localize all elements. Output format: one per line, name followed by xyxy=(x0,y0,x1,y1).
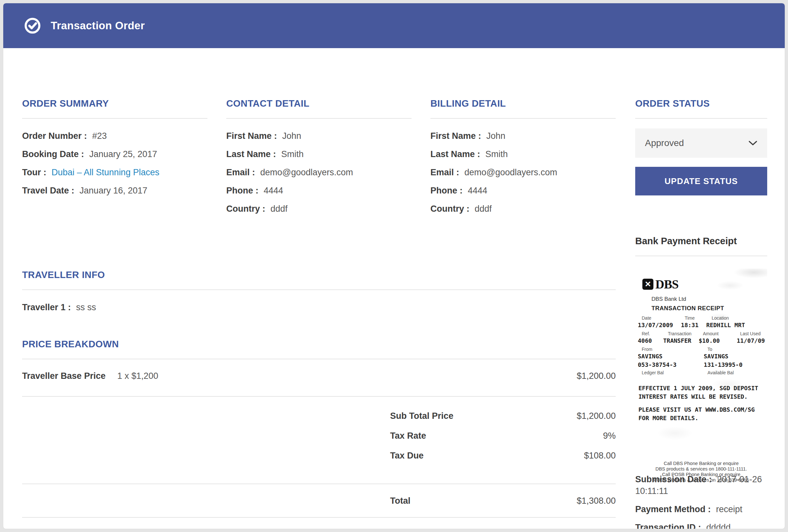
check-circle-icon xyxy=(24,17,41,34)
divider xyxy=(22,118,208,119)
email-row: Email :demo@goodlayers.com xyxy=(430,167,616,178)
field-value: January 16, 2017 xyxy=(80,186,147,195)
bank-receipt-section: Bank Payment Receipt ✕ DBS DBS Bank Ltd … xyxy=(635,236,767,529)
divider xyxy=(22,396,616,397)
update-status-button[interactable]: UPDATE STATUS xyxy=(635,167,767,195)
chevron-down-icon xyxy=(748,140,757,146)
field-value: demo@goodlayers.com xyxy=(465,168,557,177)
payment-method-row: Payment Method :receipt xyxy=(635,504,767,515)
subtotal-value: $1,200.00 xyxy=(577,411,616,421)
billing-detail-section: BILLING DETAIL First Name :John Last Nam… xyxy=(430,98,616,221)
contact-detail-section: CONTACT DETAIL First Name :John Last Nam… xyxy=(226,98,412,221)
dbs-logo: ✕ DBS xyxy=(642,277,765,291)
divider xyxy=(226,118,412,119)
last-name-row: Last Name :Smith xyxy=(430,149,616,160)
traveller-info-heading: TRAVELLER INFO xyxy=(22,270,616,280)
receipt-account-numbers: 053-38754-3 131-13995-0 xyxy=(638,361,765,369)
order-summary-section: ORDER SUMMARY Order Number :#23 Booking … xyxy=(22,98,208,221)
first-name-row: First Name :John xyxy=(226,131,412,141)
total-row: Total $1,308.00 xyxy=(22,496,616,506)
field-label: Phone : xyxy=(226,186,258,195)
price-line-item: Traveller Base Price 1 x $1,200 $1,200.0… xyxy=(22,371,616,381)
divider xyxy=(22,359,616,359)
order-status-heading: ORDER STATUS xyxy=(635,98,767,109)
phone-row: Phone :4444 xyxy=(430,185,616,196)
field-label: Last Name : xyxy=(226,149,276,159)
field-label: Tour : xyxy=(22,168,46,177)
dbs-logo-mark: ✕ xyxy=(642,279,653,290)
price-item-label: Traveller Base Price xyxy=(22,371,106,381)
field-value: demo@goodlayers.com xyxy=(260,168,353,177)
page-header: Transaction Order xyxy=(3,3,785,48)
country-row: Country :dddf xyxy=(226,203,412,214)
tour-row: Tour :Dubai – All Stunning Places xyxy=(22,167,208,178)
divider xyxy=(635,118,767,119)
field-value: #23 xyxy=(92,131,107,141)
field-label: Last Name : xyxy=(430,149,480,159)
first-name-row: First Name :John xyxy=(430,131,616,141)
tax-rate-row: Tax Rate 9% xyxy=(22,431,616,441)
bank-receipt-image: ✕ DBS DBS Bank Ltd TRANSACTION RECEIPT D… xyxy=(635,269,767,456)
field-label: Travel Date : xyxy=(22,186,75,195)
tax-rate-value: 9% xyxy=(603,431,616,441)
order-summary-heading: ORDER SUMMARY xyxy=(22,98,208,109)
country-row: Country :dddf xyxy=(430,203,616,214)
tour-link[interactable]: Dubai – All Stunning Places xyxy=(51,168,159,177)
billing-detail-heading: BILLING DETAIL xyxy=(430,98,616,109)
field-value: dddf xyxy=(271,204,288,214)
field-value: John xyxy=(486,131,506,141)
receipt-notice-2: PLEASE VISIT US AT WWW.DBS.COM/SG FOR MO… xyxy=(638,406,765,422)
page-title: Transaction Order xyxy=(51,20,145,32)
receipt-row1-values: 13/07/2009 18:31 REDHILL MRT xyxy=(638,321,765,330)
divider xyxy=(22,484,616,484)
order-status-selected-value: Approved xyxy=(645,138,684,148)
field-value: ss ss xyxy=(76,302,96,312)
receipt-row2-labels: Ref. Transaction Amount Last Used xyxy=(638,331,765,337)
travel-date-row: Travel Date :January 16, 2017 xyxy=(22,185,208,196)
field-label: Email : xyxy=(226,168,255,177)
receipt-fromto-labels: From To xyxy=(638,346,765,352)
divider xyxy=(22,517,616,518)
subtotal-row: Sub Total Price $1,200.00 xyxy=(22,411,616,421)
dbs-logo-text: DBS xyxy=(655,277,678,291)
price-breakdown-heading: PRICE BREAKDOWN xyxy=(22,339,616,350)
receipt-row2-values: 4060 TRANSFER $10.00 11/07/09 xyxy=(638,337,765,345)
booking-date-row: Booking Date :January 25, 2017 xyxy=(22,149,208,160)
tax-due-label: Tax Due xyxy=(390,451,423,461)
order-number-row: Order Number :#23 xyxy=(22,131,208,141)
divider xyxy=(430,118,616,119)
receipt-doc-title: TRANSACTION RECEIPT xyxy=(651,305,765,312)
divider xyxy=(635,256,767,256)
last-name-row: Last Name :Smith xyxy=(226,149,412,160)
field-label: Payment Method : xyxy=(635,504,711,514)
field-value: ddddd xyxy=(706,523,731,529)
total-value: $1,308.00 xyxy=(577,496,616,506)
order-status-section: ORDER STATUS Approved UPDATE STATUS xyxy=(635,98,767,195)
subtotal-label: Sub Total Price xyxy=(390,411,453,421)
receipt-row1-labels: Date Time Location xyxy=(638,315,765,321)
field-label: First Name : xyxy=(430,131,481,141)
sidebar: ORDER STATUS Approved UPDATE STATUS Bank… xyxy=(635,98,767,529)
receipt-footer: Call DBS Phone Banking or enquire DBS pr… xyxy=(638,461,765,483)
receipt-balance-labels: Ledger Bal Available Bal xyxy=(638,370,765,376)
traveller-info-section: TRAVELLER INFO Traveller 1 :ss ss xyxy=(22,270,616,313)
price-item-detail: 1 x $1,200 xyxy=(117,371,158,381)
traveller-row: Traveller 1 :ss ss xyxy=(22,302,616,313)
field-label: First Name : xyxy=(226,131,277,141)
tax-rate-label: Tax Rate xyxy=(390,431,426,441)
email-row: Email :demo@goodlayers.com xyxy=(226,167,412,178)
divider xyxy=(22,290,616,290)
phone-row: Phone :4444 xyxy=(226,185,412,196)
tax-due-row: Tax Due $108.00 xyxy=(22,451,616,461)
field-value: Smith xyxy=(281,149,303,159)
field-value: 4444 xyxy=(264,186,283,195)
field-value: dddf xyxy=(475,204,492,214)
field-label: Booking Date : xyxy=(22,149,84,159)
bank-receipt-heading: Bank Payment Receipt xyxy=(635,236,767,247)
order-status-select[interactable]: Approved xyxy=(635,129,767,158)
field-value: Smith xyxy=(485,149,508,159)
field-label: Order Number : xyxy=(22,131,87,141)
transaction-id-row: Transaction ID :ddddd xyxy=(635,521,767,529)
field-label: Country : xyxy=(226,204,265,214)
total-label: Total xyxy=(390,496,411,506)
